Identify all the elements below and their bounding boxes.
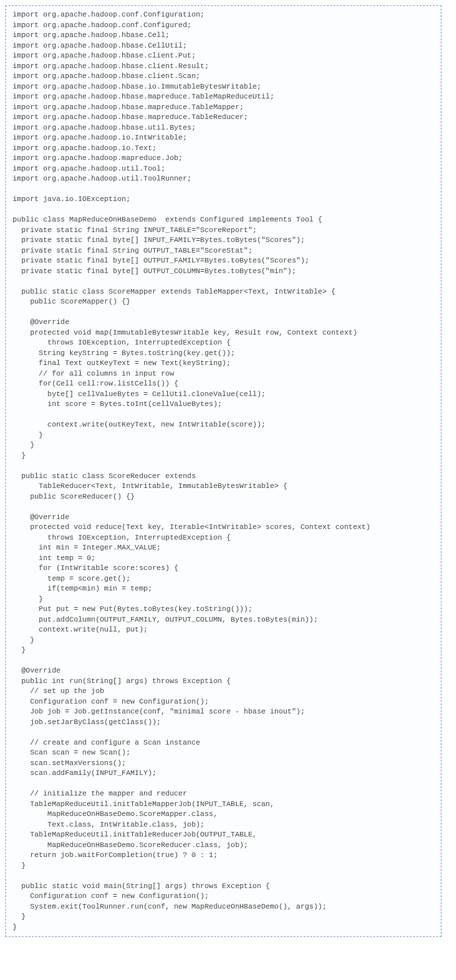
java-code-listing: import org.apache.hadoop.conf.Configurat… [13, 10, 434, 932]
code-listing-box: import org.apache.hadoop.conf.Configurat… [5, 5, 441, 937]
